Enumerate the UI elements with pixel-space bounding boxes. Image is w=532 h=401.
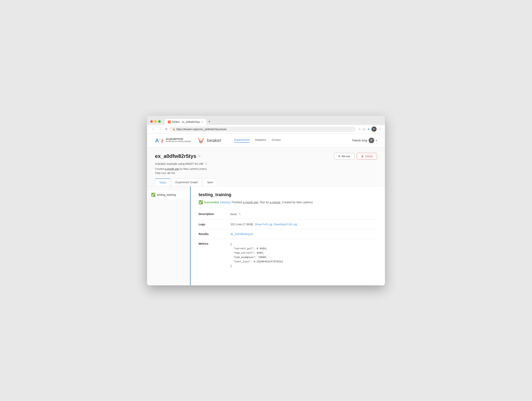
maximize-window-button[interactable]: [158, 120, 161, 123]
experiment-name: ex_a0dfw82r5tys: [155, 153, 196, 159]
edit-task-description-icon[interactable]: ✎: [238, 212, 241, 216]
tab-spec[interactable]: Spec: [203, 179, 217, 186]
tab-bar: ∞ Beaker - ex_a0dfw82r5tys × +: [165, 118, 212, 125]
logs-value: 102 Lines (7.9KiB) Show Full Log Downloa…: [230, 223, 297, 226]
task-area: ✅ testing_training testing_training ✅ Su…: [147, 186, 385, 285]
status-history-link[interactable]: (History): [220, 201, 230, 204]
download-full-log-link[interactable]: Download Full Log: [274, 223, 297, 226]
description-text: A beaker example using MNIST for UW: [155, 162, 203, 165]
metrics-row: Metrics { "correct_pct": 0.9404, "num_co…: [199, 239, 377, 272]
title-bar: ∞ Beaker - ex_a0dfw82r5tys × +: [147, 116, 385, 125]
close-window-button[interactable]: [150, 120, 153, 123]
url-bar[interactable]: 🔒 https://beaker.org/ex/ex_a0dfw82r5tys/…: [170, 127, 356, 132]
svg-text:I: I: [159, 138, 160, 141]
tab-title: Beaker - ex_a0dfw82r5tys: [172, 121, 200, 123]
results-row: Results ds_mxk48nwixpc4: [199, 229, 377, 239]
svg-text:A: A: [155, 137, 159, 144]
beaker-text: beaker: [207, 138, 222, 143]
toolbar-icons: ☆ ⬡ ● P ⋮: [358, 127, 382, 132]
rerun-label: Re-run: [342, 155, 350, 158]
task-success-icon: ✅: [151, 193, 155, 197]
metrics-value: { "correct_pct": 0.9404, "num_correct": …: [230, 242, 283, 269]
new-tab-button[interactable]: +: [206, 118, 212, 125]
description-none: None: [230, 213, 237, 216]
beaker-logo: beaker: [197, 137, 222, 143]
metrics-json: { "correct_pct": 0.9404, "num_correct": …: [230, 242, 283, 269]
ai2-logo: A I 2 ALLEN INSTITUTE for ARTIFICIAL INT…: [155, 137, 191, 144]
delete-label: Delete: [365, 155, 373, 158]
experiment-title-row: ex_a0dfw82r5tys ✎ ↺ Re-run 🗑 Delete: [155, 153, 377, 160]
url-text: https://beaker.org/ex/ex_a0dfw82r5tys/ta…: [176, 128, 227, 131]
nav-experiments[interactable]: Experiments: [234, 138, 250, 142]
chevron-down-icon: ▾: [376, 139, 377, 142]
meta-text: Created a month ago by Marc (admin) (mar…: [155, 167, 207, 170]
status-meta: Finished a month ago. Ran for a minute. …: [232, 201, 313, 204]
nav-datasets[interactable]: Datasets: [255, 138, 266, 142]
status-row: ✅ Succeeded (History) Finished a month a…: [199, 200, 377, 204]
finished-ago-link[interactable]: a month ago: [243, 201, 259, 204]
user-menu[interactable]: Patrick King P ▾: [352, 138, 377, 143]
nav-links: Experiments Datasets Groups: [234, 138, 281, 142]
task-sidebar: ✅ testing_training: [147, 186, 191, 285]
profile-icon[interactable]: ●: [367, 127, 369, 131]
browser-window: ∞ Beaker - ex_a0dfw82r5tys × + ← → ↻ 🔒 h…: [147, 116, 385, 285]
back-button[interactable]: ←: [150, 127, 156, 131]
minimize-window-button[interactable]: [154, 120, 157, 123]
tab-tasks[interactable]: Tasks: [155, 179, 171, 186]
star-icon[interactable]: ☆: [358, 127, 361, 131]
ai2-text: ALLEN INSTITUTE for ARTIFICIAL INTELLIGE…: [166, 138, 191, 143]
logs-row: Logs 102 Lines (7.9KiB) Show Full Log Do…: [199, 220, 377, 229]
svg-point-3: [200, 140, 202, 142]
task-sidebar-label: testing_training: [157, 193, 176, 196]
address-bar: ← → ↻ 🔒 https://beaker.org/ex/ex_a0dfw82…: [147, 125, 385, 134]
traffic-lights: [150, 120, 161, 123]
description-label: Description: [199, 212, 230, 216]
ran-for-link[interactable]: a minute: [270, 201, 280, 204]
description-row: Description None ✎: [199, 209, 377, 220]
trash-icon: 🗑: [361, 155, 364, 158]
edit-title-icon[interactable]: ✎: [198, 154, 201, 158]
main-content: A I 2 ALLEN INSTITUTE for ARTIFICIAL INT…: [147, 134, 385, 285]
tab-close-button[interactable]: ×: [201, 121, 203, 123]
experiment-header: ex_a0dfw82r5tys ✎ ↺ Re-run 🗑 Delete A be…: [147, 147, 385, 186]
created-ago-link[interactable]: a month ago: [165, 167, 179, 170]
toolbar-avatar[interactable]: P: [371, 127, 377, 132]
metrics-label: Metrics: [199, 242, 230, 269]
delete-button[interactable]: 🗑 Delete: [357, 153, 377, 160]
tab-experiment-graph[interactable]: Experiment Graph: [171, 179, 202, 186]
browser-tab[interactable]: ∞ Beaker - ex_a0dfw82r5tys ×: [165, 119, 206, 125]
results-label: Results: [199, 233, 230, 236]
rerun-button[interactable]: ↺ Re-run: [334, 153, 355, 160]
logs-info: 102 Lines (7.9KiB): [230, 223, 253, 226]
user-avatar: P: [369, 138, 374, 143]
results-value: ds_mxk48nwixpc4: [230, 233, 253, 236]
results-dataset-link[interactable]: ds_mxk48nwixpc4: [230, 233, 253, 236]
task-detail: testing_training ✅ Succeeded (History) F…: [191, 186, 385, 285]
task-sidebar-item[interactable]: ✅ testing_training: [147, 190, 190, 199]
task-title: testing_training: [199, 192, 377, 197]
cost-text: Total cost: $0.031: [155, 172, 175, 175]
nav-groups[interactable]: Groups: [272, 138, 281, 142]
refresh-button[interactable]: ↻: [165, 128, 168, 131]
forward-button[interactable]: →: [158, 127, 163, 131]
logo-area: A I 2 ALLEN INSTITUTE for ARTIFICIAL INT…: [155, 137, 222, 144]
status-text: Succeeded: [204, 201, 219, 204]
edit-description-icon[interactable]: ✎: [205, 162, 208, 166]
ai2-icon: A I 2: [155, 137, 165, 144]
experiment-meta: Created a month ago by Marc (admin) (mar…: [155, 167, 377, 170]
tab-favicon-icon: ∞: [168, 121, 171, 123]
action-buttons: ↺ Re-run 🗑 Delete: [334, 153, 377, 160]
tab-nav: Tasks Experiment Graph Spec: [155, 179, 377, 186]
experiment-description: A beaker example using MNIST for UW ✎: [155, 162, 377, 166]
user-name: Patrick King: [352, 139, 367, 142]
task-success-circle-icon: ✅: [199, 200, 203, 204]
description-value: None ✎: [230, 212, 241, 216]
menu-icon[interactable]: ⋮: [379, 127, 382, 131]
svg-text:2: 2: [161, 138, 163, 143]
show-full-log-link[interactable]: Show Full Log: [255, 223, 272, 226]
logs-label: Logs: [199, 223, 230, 226]
experiment-title: ex_a0dfw82r5tys ✎: [155, 153, 201, 159]
lock-icon: 🔒: [172, 128, 175, 130]
top-nav: A I 2 ALLEN INSTITUTE for ARTIFICIAL INT…: [147, 134, 385, 147]
extensions-icon[interactable]: ⬡: [363, 127, 366, 131]
